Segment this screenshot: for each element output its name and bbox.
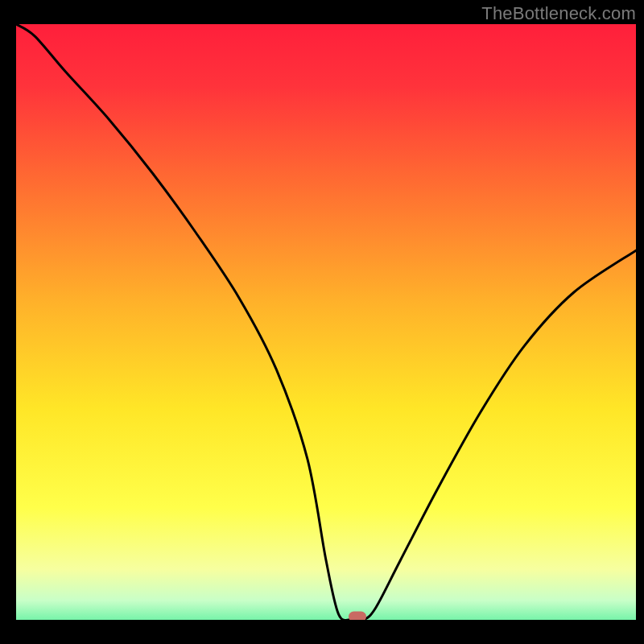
minimum-marker	[349, 612, 366, 621]
chart-root: TheBottleneck.com	[0, 0, 644, 644]
plot-area	[16, 24, 636, 620]
bottleneck-curve	[16, 24, 636, 620]
watermark-text: TheBottleneck.com	[481, 3, 636, 24]
curve-path	[16, 24, 636, 620]
